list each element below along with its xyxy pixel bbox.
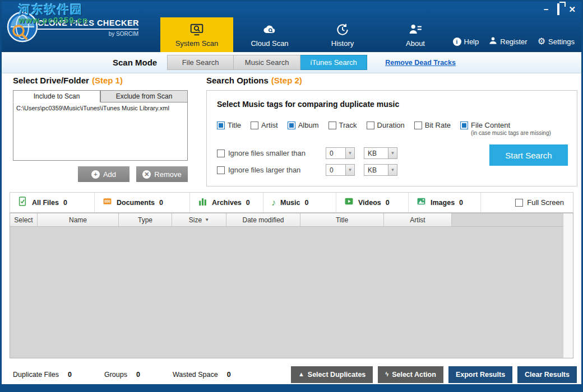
category-count: 0 <box>63 199 67 207</box>
select-value: KB <box>364 166 388 174</box>
remove-button[interactable]: ✕ Remove <box>136 166 188 182</box>
category-archives[interactable]: Archives 0 <box>190 193 263 212</box>
close-button[interactable]: ✕ <box>568 5 576 14</box>
tag-track[interactable]: Track <box>328 121 357 129</box>
smaller-value-select[interactable]: 0 ▼ <box>326 147 355 159</box>
restore-icon <box>557 3 559 15</box>
column-type[interactable]: Type <box>119 213 172 226</box>
select-duplicates-button[interactable]: ▲ Select Duplicates <box>291 366 373 383</box>
scan-mode-title: Scan Mode <box>113 58 157 67</box>
tab-include-to-scan[interactable]: Include to Scan <box>13 90 100 102</box>
column-label: Title <box>336 216 348 224</box>
column-filler <box>452 213 573 226</box>
track-checkbox[interactable] <box>328 122 336 129</box>
scan-path-item[interactable]: C:\Users\pc0359\Music\iTunes\iTunes Musi… <box>16 105 169 111</box>
category-label: Archives <box>212 199 242 207</box>
step-1-label: (Step 1) <box>92 76 123 85</box>
ignore-larger-checkbox[interactable] <box>217 166 225 174</box>
tag-album[interactable]: Album <box>288 121 319 129</box>
step-2-label: (Step 2) <box>271 76 302 85</box>
help-link[interactable]: i Help <box>453 38 479 46</box>
select-action-button[interactable]: ϟ Select Action <box>378 366 443 383</box>
vertical-scrollbar[interactable] <box>563 213 573 358</box>
settings-label: Settings <box>548 38 575 46</box>
column-date-modified[interactable]: Date modified <box>226 213 300 226</box>
title-checkbox[interactable] <box>217 122 225 129</box>
category-videos[interactable]: Videos 0 <box>336 193 409 212</box>
larger-unit-select[interactable]: KB ▼ <box>364 164 397 176</box>
search-options-box: Select Music tags for comparing duplicat… <box>206 90 577 186</box>
scan-path-list[interactable]: C:\Users\pc0359\Music\iTunes\iTunes Musi… <box>13 102 188 161</box>
column-label: Select <box>14 216 33 224</box>
title-text: Search Options <box>206 76 269 85</box>
minimize-button[interactable]: − <box>544 5 549 14</box>
tag-title[interactable]: Title <box>217 121 241 129</box>
stat-label: Wasted Space <box>173 371 218 379</box>
search-options-panel: Search Options(Step 2) Select Music tags… <box>206 76 577 186</box>
column-name[interactable]: Name <box>38 213 119 226</box>
tab-about[interactable]: About <box>379 17 452 52</box>
tab-label: History <box>331 39 354 48</box>
column-artist[interactable]: Artist <box>384 213 452 226</box>
category-count: 0 <box>246 199 250 207</box>
tag-bitrate[interactable]: Bit Rate <box>414 121 451 129</box>
tab-system-scan[interactable]: System Scan <box>160 17 233 52</box>
tab-label: System Scan <box>175 39 219 48</box>
svg-text:000: 000 <box>104 199 110 203</box>
album-checkbox[interactable] <box>288 122 295 129</box>
category-music[interactable]: ♪ Music 0 <box>263 193 336 212</box>
results-table: Select Name Type Size ▼ Date modified Ti… <box>10 213 573 358</box>
gear-icon: ⚙ <box>538 37 545 46</box>
artist-checkbox[interactable] <box>251 122 258 129</box>
user-icon <box>489 36 497 46</box>
ignore-smaller-checkbox[interactable] <box>217 150 225 157</box>
settings-link[interactable]: ⚙ Settings <box>538 37 575 46</box>
category-all-files[interactable]: All Files 0 <box>10 193 95 212</box>
tab-cloud-scan[interactable]: Cloud Scan <box>233 17 306 52</box>
category-images[interactable]: Images 0 <box>409 193 481 212</box>
tag-duration[interactable]: Duration <box>367 121 405 129</box>
column-title[interactable]: Title <box>300 213 384 226</box>
tab-exclude-from-scan[interactable]: Exclude from Scan <box>100 90 188 102</box>
export-results-button[interactable]: Export Results <box>448 366 512 383</box>
column-size[interactable]: Size ▼ <box>172 213 226 226</box>
column-label: Size <box>189 216 202 224</box>
maximize-button[interactable] <box>557 5 559 14</box>
larger-value-select[interactable]: 0 ▼ <box>326 164 355 176</box>
bitrate-checkbox[interactable] <box>414 122 422 129</box>
tag-label: Album <box>298 121 319 129</box>
start-search-button[interactable]: Start Search <box>489 144 568 166</box>
column-label: Name <box>69 216 87 224</box>
category-label: Documents <box>117 199 155 207</box>
category-label: Videos <box>358 199 381 207</box>
size-filter-arrow-icon[interactable]: ▼ <box>205 217 209 222</box>
tab-history[interactable]: History <box>306 17 379 52</box>
category-bar-spacer <box>481 193 506 212</box>
tag-file-content[interactable]: File Content <box>460 121 551 129</box>
tab-file-search[interactable]: File Search <box>167 55 234 70</box>
add-button[interactable]: + Add <box>78 166 129 182</box>
about-icon <box>408 22 423 37</box>
ignore-smaller-label: Ignore files smaller than <box>228 149 322 157</box>
remove-label: Remove <box>154 170 181 179</box>
brand: CLONE FILES CHECKER by SORCIM <box>38 18 138 37</box>
tab-itunes-search[interactable]: iTunes Search <box>300 55 367 70</box>
full-screen-checkbox[interactable] <box>515 199 523 207</box>
category-documents[interactable]: 000 Documents 0 <box>95 193 190 212</box>
music-tags-subtitle: Select Music tags for comparing duplicat… <box>217 100 568 109</box>
column-select[interactable]: Select <box>10 213 38 226</box>
tab-label: Include to Scan <box>34 92 80 100</box>
wasted-space-stat: Wasted Space 0 <box>173 371 231 379</box>
full-screen-toggle[interactable]: Full Screen <box>506 193 573 212</box>
clear-results-button[interactable]: Clear Results <box>517 366 577 383</box>
tab-music-search[interactable]: Music Search <box>234 55 300 70</box>
remove-dead-tracks-link[interactable]: Remove Dead Tracks <box>385 59 456 67</box>
help-icon: i <box>453 38 461 46</box>
drive-panel-buttons: + Add ✕ Remove <box>13 166 188 182</box>
file-content-checkbox[interactable] <box>460 122 468 129</box>
lightning-icon: ϟ <box>385 371 388 377</box>
register-link[interactable]: Register <box>489 36 527 46</box>
tag-artist[interactable]: Artist <box>251 121 278 129</box>
smaller-unit-select[interactable]: KB ▼ <box>364 147 397 159</box>
duration-checkbox[interactable] <box>367 122 374 129</box>
